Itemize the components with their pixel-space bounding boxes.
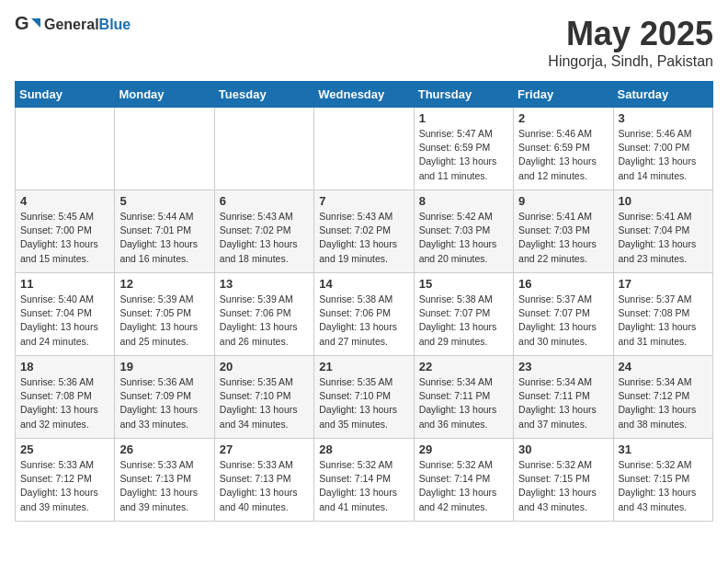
day-info: Sunrise: 5:41 AM Sunset: 7:03 PM Dayligh… [518, 210, 608, 266]
calendar-cell: 4Sunrise: 5:45 AM Sunset: 7:00 PM Daylig… [16, 190, 115, 273]
day-info: Sunrise: 5:32 AM Sunset: 7:14 PM Dayligh… [419, 458, 508, 514]
day-info: Sunrise: 5:44 AM Sunset: 7:01 PM Dayligh… [119, 210, 209, 266]
calendar-cell: 14Sunrise: 5:38 AM Sunset: 7:06 PM Dayli… [314, 273, 414, 356]
calendar-week-row: 4Sunrise: 5:45 AM Sunset: 7:00 PM Daylig… [16, 190, 713, 273]
day-number: 22 [419, 360, 508, 373]
day-info: Sunrise: 5:32 AM Sunset: 7:15 PM Dayligh… [619, 458, 708, 514]
day-info: Sunrise: 5:40 AM Sunset: 7:04 PM Dayligh… [20, 293, 109, 349]
day-info: Sunrise: 5:34 AM Sunset: 7:11 PM Dayligh… [419, 375, 508, 431]
calendar-day-header: Saturday [613, 82, 712, 108]
day-info: Sunrise: 5:35 AM Sunset: 7:10 PM Dayligh… [319, 375, 408, 431]
calendar-cell: 2Sunrise: 5:46 AM Sunset: 6:59 PM Daylig… [514, 108, 613, 190]
logo-icon: G [15, 15, 40, 35]
location: Hingorja, Sindh, Pakistan [548, 53, 713, 70]
calendar-cell: 13Sunrise: 5:39 AM Sunset: 7:06 PM Dayli… [214, 273, 313, 356]
day-info: Sunrise: 5:43 AM Sunset: 7:02 PM Dayligh… [220, 210, 309, 266]
calendar-week-row: 1Sunrise: 5:47 AM Sunset: 6:59 PM Daylig… [16, 108, 713, 190]
day-number: 30 [518, 442, 608, 456]
day-number: 4 [20, 194, 109, 208]
header: G GeneralBlue May 2025 Hingorja, Sindh, … [15, 15, 713, 70]
day-number: 23 [518, 360, 608, 373]
calendar-cell: 3Sunrise: 5:46 AM Sunset: 7:00 PM Daylig… [613, 108, 712, 190]
calendar-cell: 11Sunrise: 5:40 AM Sunset: 7:04 PM Dayli… [16, 273, 115, 356]
day-info: Sunrise: 5:46 AM Sunset: 7:00 PM Dayligh… [619, 127, 708, 183]
calendar-cell: 15Sunrise: 5:38 AM Sunset: 7:07 PM Dayli… [414, 273, 513, 356]
day-info: Sunrise: 5:33 AM Sunset: 7:13 PM Dayligh… [220, 458, 309, 514]
day-info: Sunrise: 5:34 AM Sunset: 7:12 PM Dayligh… [619, 375, 708, 431]
day-number: 14 [319, 277, 408, 291]
day-number: 6 [220, 194, 309, 208]
day-info: Sunrise: 5:39 AM Sunset: 7:06 PM Dayligh… [220, 293, 309, 349]
day-number: 11 [20, 277, 109, 291]
day-info: Sunrise: 5:33 AM Sunset: 7:12 PM Dayligh… [20, 458, 109, 514]
calendar-week-row: 25Sunrise: 5:33 AM Sunset: 7:12 PM Dayli… [16, 439, 713, 522]
logo-blue: Blue [99, 17, 131, 32]
calendar-cell: 21Sunrise: 5:35 AM Sunset: 7:10 PM Dayli… [314, 356, 414, 439]
day-info: Sunrise: 5:39 AM Sunset: 7:05 PM Dayligh… [119, 293, 209, 349]
calendar-day-header: Friday [514, 82, 613, 108]
calendar-cell: 16Sunrise: 5:37 AM Sunset: 7:07 PM Dayli… [514, 273, 613, 356]
calendar-cell: 28Sunrise: 5:32 AM Sunset: 7:14 PM Dayli… [314, 439, 414, 522]
calendar-cell: 20Sunrise: 5:35 AM Sunset: 7:10 PM Dayli… [214, 356, 313, 439]
day-number: 29 [419, 442, 508, 456]
calendar-cell: 19Sunrise: 5:36 AM Sunset: 7:09 PM Dayli… [115, 356, 214, 439]
day-number: 16 [518, 277, 608, 291]
calendar-cell [16, 108, 115, 190]
calendar-week-row: 18Sunrise: 5:36 AM Sunset: 7:08 PM Dayli… [16, 356, 713, 439]
day-number: 15 [419, 277, 508, 291]
calendar-cell: 7Sunrise: 5:43 AM Sunset: 7:02 PM Daylig… [314, 190, 414, 273]
day-info: Sunrise: 5:38 AM Sunset: 7:07 PM Dayligh… [419, 293, 508, 349]
day-number: 9 [518, 194, 608, 208]
day-info: Sunrise: 5:36 AM Sunset: 7:08 PM Dayligh… [20, 375, 109, 431]
day-info: Sunrise: 5:36 AM Sunset: 7:09 PM Dayligh… [119, 375, 209, 431]
day-info: Sunrise: 5:33 AM Sunset: 7:13 PM Dayligh… [119, 458, 209, 514]
day-number: 28 [319, 442, 408, 456]
calendar-day-header: Tuesday [214, 82, 313, 108]
day-number: 25 [20, 442, 109, 456]
calendar-cell [214, 108, 313, 190]
logo: G GeneralBlue [15, 15, 131, 35]
day-number: 5 [119, 194, 209, 208]
calendar-cell: 1Sunrise: 5:47 AM Sunset: 6:59 PM Daylig… [414, 108, 513, 190]
day-info: Sunrise: 5:42 AM Sunset: 7:03 PM Dayligh… [419, 210, 508, 266]
calendar-cell: 5Sunrise: 5:44 AM Sunset: 7:01 PM Daylig… [115, 190, 214, 273]
day-info: Sunrise: 5:47 AM Sunset: 6:59 PM Dayligh… [419, 127, 508, 183]
day-number: 24 [619, 360, 708, 373]
day-number: 1 [419, 111, 508, 125]
day-info: Sunrise: 5:43 AM Sunset: 7:02 PM Dayligh… [319, 210, 408, 266]
calendar-cell: 23Sunrise: 5:34 AM Sunset: 7:11 PM Dayli… [514, 356, 613, 439]
day-info: Sunrise: 5:38 AM Sunset: 7:06 PM Dayligh… [319, 293, 408, 349]
logo-general: General [44, 17, 99, 32]
calendar-cell: 25Sunrise: 5:33 AM Sunset: 7:12 PM Dayli… [16, 439, 115, 522]
day-number: 7 [319, 194, 408, 208]
calendar-cell: 31Sunrise: 5:32 AM Sunset: 7:15 PM Dayli… [613, 439, 712, 522]
calendar-cell: 9Sunrise: 5:41 AM Sunset: 7:03 PM Daylig… [514, 190, 613, 273]
calendar-cell: 12Sunrise: 5:39 AM Sunset: 7:05 PM Dayli… [115, 273, 214, 356]
calendar-cell [314, 108, 414, 190]
calendar-day-header: Monday [115, 82, 214, 108]
day-number: 8 [419, 194, 508, 208]
calendar-cell: 17Sunrise: 5:37 AM Sunset: 7:08 PM Dayli… [613, 273, 712, 356]
calendar-cell: 18Sunrise: 5:36 AM Sunset: 7:08 PM Dayli… [16, 356, 115, 439]
calendar-cell: 6Sunrise: 5:43 AM Sunset: 7:02 PM Daylig… [214, 190, 313, 273]
calendar-day-header: Thursday [414, 82, 513, 108]
day-info: Sunrise: 5:46 AM Sunset: 6:59 PM Dayligh… [518, 127, 608, 183]
calendar-week-row: 11Sunrise: 5:40 AM Sunset: 7:04 PM Dayli… [16, 273, 713, 356]
day-number: 2 [518, 111, 608, 125]
calendar-table: SundayMondayTuesdayWednesdayThursdayFrid… [15, 81, 713, 522]
day-number: 10 [619, 194, 708, 208]
day-info: Sunrise: 5:32 AM Sunset: 7:15 PM Dayligh… [518, 458, 608, 514]
calendar-cell: 10Sunrise: 5:41 AM Sunset: 7:04 PM Dayli… [613, 190, 712, 273]
day-number: 13 [220, 277, 309, 291]
day-info: Sunrise: 5:32 AM Sunset: 7:14 PM Dayligh… [319, 458, 408, 514]
calendar-cell: 22Sunrise: 5:34 AM Sunset: 7:11 PM Dayli… [414, 356, 513, 439]
day-info: Sunrise: 5:45 AM Sunset: 7:00 PM Dayligh… [20, 210, 109, 266]
calendar-header-row: SundayMondayTuesdayWednesdayThursdayFrid… [16, 82, 713, 108]
title-area: May 2025 Hingorja, Sindh, Pakistan [548, 15, 713, 70]
calendar-body: 1Sunrise: 5:47 AM Sunset: 6:59 PM Daylig… [16, 108, 713, 522]
day-number: 17 [619, 277, 708, 291]
day-number: 21 [319, 360, 408, 373]
calendar-cell [115, 108, 214, 190]
day-number: 26 [119, 442, 209, 456]
day-info: Sunrise: 5:41 AM Sunset: 7:04 PM Dayligh… [619, 210, 708, 266]
